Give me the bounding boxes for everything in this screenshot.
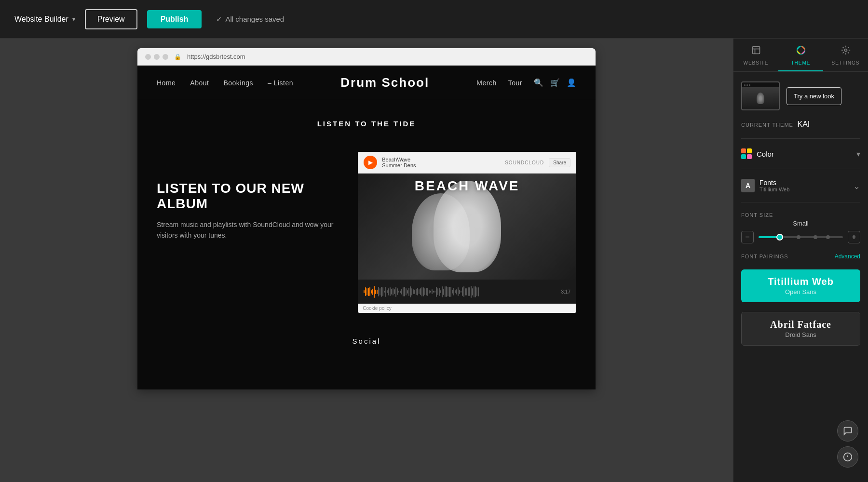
website-content: Home About Bookings – Listen Drum School… [137,66,596,389]
sc-waveform[interactable]: (function(){ var bars = ''; for(var i=0;… [358,280,576,304]
fp-primary-font-2: Abril Fatface [749,319,852,330]
current-theme-name: KAI [797,120,810,128]
panel-tabs: WEBSITE THEME [733,39,868,72]
font-name-label: Fonts [760,179,789,187]
waveform-bars: (function(){ var bars = ''; for(var i=0;… [364,283,557,300]
nav-tour[interactable]: Tour [508,79,522,87]
ghost-figure [434,181,501,272]
browser-dot-yellow [154,54,160,60]
font-pairing-card-1[interactable]: Titillium Web Open Sans [741,269,860,302]
nav-home[interactable]: Home [157,79,176,87]
color-row-left: Color [741,148,774,159]
tab-website[interactable]: WEBSITE [733,39,778,71]
social-section-title: Social [157,337,576,345]
slider-dot-1 [797,235,800,239]
search-icon[interactable]: 🔍 [534,78,543,87]
site-title: Drum School [340,75,429,90]
soundcloud-player[interactable]: ▶ BeachWave Summer Dens SOUNDCLOUD Share [358,152,576,313]
lock-icon: 🔒 [174,54,181,60]
brand-chevron-icon: ▾ [72,16,75,23]
color-section[interactable]: Color ▾ [741,148,860,159]
font-pairings-section: FONT PAIRINGS Advanced [741,253,860,260]
try-new-look-button[interactable]: Try a new look [787,87,841,105]
preview-area: 🔒 https://gdsbrtest.com Home About Booki… [0,39,733,482]
browser-bar: 🔒 https://gdsbrtest.com [137,48,596,66]
fonts-section[interactable]: A Fonts Titillium Web ⌃ [741,179,860,192]
brand-label: Website Builder [14,15,68,24]
font-info: Fonts Titillium Web [760,179,789,192]
sc-image: BEACH WAVE [358,174,576,280]
main-layout: 🔒 https://gdsbrtest.com Home About Booki… [0,39,868,482]
fp-card-primary: Titillium Web Open Sans [741,269,860,302]
font-size-slider-row: − + [741,231,860,243]
tab-theme[interactable]: THEME [778,39,823,71]
check-icon: ✓ [216,15,222,24]
floating-icons [837,420,858,468]
chat-icon-2[interactable] [837,446,858,468]
slider-dot-2 [814,235,817,239]
browser-chrome: 🔒 https://gdsbrtest.com Home About Booki… [137,48,596,389]
font-pairing-card-2[interactable]: Abril Fatface Droid Sans [741,312,860,346]
panel-content: Try a new look CURRENT THEME: KAI Color [733,72,868,355]
current-theme-info: CURRENT THEME: KAI [741,120,860,129]
fp-secondary-font-2: Droid Sans [749,331,852,338]
sc-play-button[interactable]: ▶ [364,156,377,169]
tab-theme-label: THEME [791,60,811,66]
fonts-row-left: A Fonts Titillium Web [741,179,789,192]
nav-bookings[interactable]: Bookings [223,79,253,87]
font-icon: A [741,179,755,192]
brand-selector[interactable]: Website Builder ▾ [14,15,75,24]
slider-dot-3 [826,235,830,239]
divider-1 [741,138,860,139]
right-panel: WEBSITE THEME [733,39,868,482]
font-current: Titillium Web [760,187,789,192]
sc-track-info: BeachWave Summer Dens [382,157,416,168]
theme-preview-box: Try a new look [741,81,860,110]
settings-icon [841,45,851,57]
fp-secondary-font-1: Open Sans [749,288,853,295]
cart-icon[interactable]: 🛒 [550,78,560,87]
site-nav: Home About Bookings – Listen Drum School… [137,66,596,100]
publish-button[interactable]: Publish [147,10,202,28]
nav-about[interactable]: About [190,79,209,87]
font-size-increase-button[interactable]: + [848,231,860,243]
album-description: Stream music and playlists with SoundClo… [157,219,339,241]
font-size-label: FONT SIZE [741,212,860,218]
sc-track: Summer Dens [382,162,416,168]
site-main: LISTEN TO THE TIDE LISTEN TO OUR NEW ALB… [137,100,596,389]
tab-settings-label: SETTINGS [831,60,859,66]
divider-3 [741,202,860,202]
tab-website-label: WEBSITE [743,60,768,66]
preview-button[interactable]: Preview [85,9,137,29]
browser-dot-green [163,54,168,60]
browser-url[interactable]: https://gdsbrtest.com [187,53,245,60]
font-size-decrease-button[interactable]: − [741,231,754,243]
nav-merch[interactable]: Merch [476,79,496,87]
font-pairings-advanced[interactable]: Advanced [835,253,860,260]
sc-brand: SOUNDCLOUD [505,160,544,165]
font-size-section: FONT SIZE Small − + [741,212,860,243]
slider-thumb[interactable] [776,234,783,241]
sc-header: ▶ BeachWave Summer Dens SOUNDCLOUD Share [358,152,576,174]
current-theme-label: CURRENT THEME: [741,122,795,128]
nav-icons: 🔍 🛒 👤 [534,78,576,87]
album-text: LISTEN TO OUR NEW ALBUM Stream music and… [157,152,339,241]
font-pairings-header: FONT PAIRINGS Advanced [741,253,860,260]
browser-dots [145,54,168,60]
color-chevron-icon: ▾ [856,149,860,159]
user-icon[interactable]: 👤 [567,78,576,87]
font-size-slider[interactable] [759,236,843,238]
nav-right: Merch Tour 🔍 🛒 👤 [476,78,576,87]
svg-point-4 [844,49,847,52]
sc-time: 3:17 [561,289,570,295]
chat-icon-1[interactable] [837,420,858,442]
tab-settings[interactable]: SETTINGS [823,39,868,71]
divider-2 [741,169,860,169]
album-heading: LISTEN TO OUR NEW ALBUM [157,181,339,212]
sc-share-button[interactable]: Share [549,158,570,167]
nav-listen[interactable]: – Listen [268,79,293,87]
sc-title-overlay: BEACH WAVE [358,178,576,194]
sc-band: BeachWave [382,157,416,162]
saved-label: All changes saved [225,15,284,23]
website-icon [751,45,761,57]
